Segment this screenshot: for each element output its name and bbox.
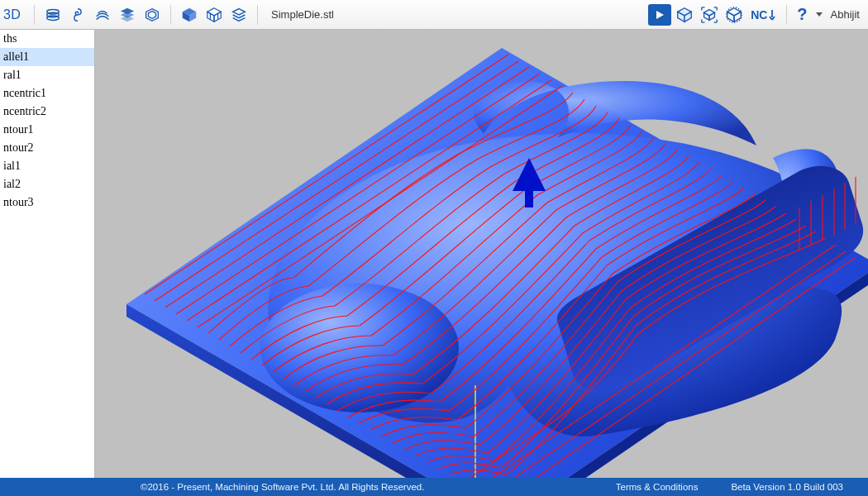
- strategy-parallel-icon[interactable]: [41, 3, 64, 26]
- svg-marker-25: [727, 12, 734, 21]
- nc-label: NC: [751, 8, 767, 21]
- strategy-radial-icon[interactable]: [91, 3, 114, 26]
- svg-marker-23: [709, 12, 714, 20]
- svg-marker-5: [121, 15, 135, 21]
- sidebar-item[interactable]: ntour1: [0, 121, 94, 139]
- sidebar-item[interactable]: ntour3: [0, 193, 94, 212]
- help-label: ?: [797, 5, 807, 24]
- separator: [786, 5, 787, 25]
- svg-marker-11: [207, 7, 222, 15]
- view-fit-icon[interactable]: [698, 3, 721, 26]
- view-iso-icon[interactable]: [673, 3, 696, 26]
- nc-export-button[interactable]: NC: [747, 3, 780, 26]
- svg-marker-17: [656, 11, 664, 19]
- help-dropdown-caret[interactable]: [816, 12, 823, 17]
- sidebar-item[interactable]: ral1: [0, 66, 94, 84]
- sidebar-item[interactable]: ial1: [0, 157, 94, 175]
- svg-point-2: [47, 15, 60, 19]
- sidebar-item[interactable]: ial2: [0, 175, 94, 193]
- strategy-concentric-icon[interactable]: [141, 3, 164, 26]
- footer-bar: ©2016 - Present, Machining Software Pvt.…: [0, 478, 868, 496]
- svg-marker-21: [704, 9, 715, 15]
- sidebar-item[interactable]: ncentric2: [0, 103, 94, 121]
- separator: [170, 5, 171, 25]
- svg-rect-39: [525, 189, 533, 207]
- svg-marker-16: [233, 8, 246, 14]
- display-layers-icon[interactable]: [227, 3, 250, 26]
- footer-terms-link[interactable]: Terms & Conditions: [583, 482, 732, 492]
- app-title: 3D: [3, 7, 27, 22]
- svg-marker-7: [148, 11, 155, 18]
- viewport-3d[interactable]: [95, 30, 868, 478]
- simulate-play-button[interactable]: [648, 4, 671, 26]
- sidebar-item[interactable]: ntour2: [0, 139, 94, 157]
- sidebar-item[interactable]: allel1: [0, 48, 94, 66]
- main-area: ths allel1ral1ncentric1ncentric2ntour1nt…: [0, 30, 868, 478]
- separator: [257, 5, 258, 25]
- strategy-layers-icon[interactable]: [116, 3, 139, 26]
- user-name: Abhijit: [827, 8, 865, 21]
- separator: [34, 5, 35, 25]
- help-button[interactable]: ?: [794, 5, 810, 24]
- toolpath-sidebar: ths allel1ral1ncentric1ncentric2ntour1nt…: [0, 30, 95, 478]
- strategy-spiral-icon[interactable]: [66, 3, 89, 26]
- display-wireframe-icon[interactable]: [203, 3, 226, 26]
- svg-marker-22: [704, 12, 709, 20]
- sidebar-header: ths: [0, 30, 94, 48]
- main-toolbar: 3D SimpleDie.stl NC ?: [0, 0, 868, 30]
- current-file-name: SimpleDie.stl: [265, 8, 341, 21]
- footer-copyright: ©2016 - Present, Machining Software Pvt.…: [8, 482, 424, 492]
- display-shaded-icon[interactable]: [178, 3, 201, 26]
- footer-build: Beta Version 1.0 Build 003: [731, 482, 860, 492]
- sidebar-item[interactable]: ncentric1: [0, 84, 94, 103]
- view-cube-icon[interactable]: [723, 3, 746, 26]
